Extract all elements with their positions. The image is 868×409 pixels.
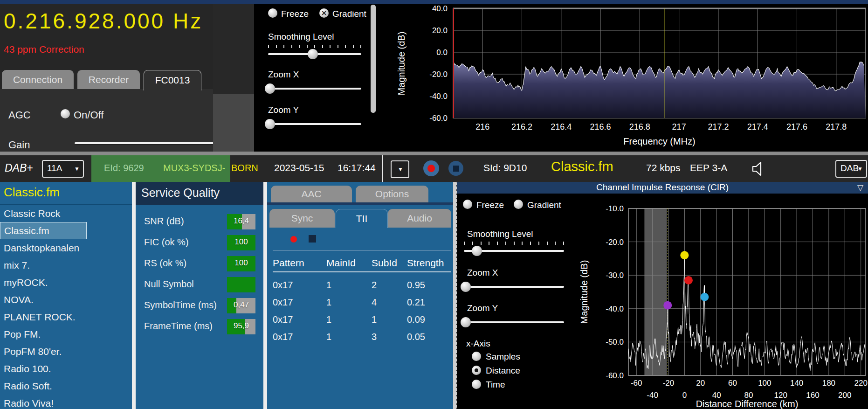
- station-list-item[interactable]: Classic.fm: [0, 222, 87, 239]
- table-cell: 3: [372, 332, 377, 342]
- station-list-item[interactable]: Classic Rock: [0, 205, 132, 222]
- cir-zoomx-thumb[interactable]: [461, 282, 471, 292]
- smoothing-tickmarks: [268, 45, 361, 49]
- channel-value: 11A: [47, 161, 62, 176]
- svg-text:-50.0: -50.0: [606, 338, 624, 347]
- cir-zoomy-slider[interactable]: [464, 317, 564, 327]
- tab-recorder[interactable]: Recorder: [77, 70, 140, 89]
- station-list-item[interactable]: Dansktopkanalen: [0, 239, 132, 256]
- xaxis-option-label: Time: [486, 380, 505, 390]
- table-cell: 1: [326, 297, 331, 308]
- controls-scrollbar[interactable]: [371, 5, 376, 113]
- station-list-item[interactable]: PLANET ROCK.: [0, 308, 132, 326]
- vertical-divider[interactable]: [263, 182, 267, 409]
- tab-sync[interactable]: Sync: [269, 209, 335, 228]
- cir-zoomy-track[interactable]: [464, 321, 564, 323]
- metric-value: 100: [227, 237, 255, 247]
- tab-tii[interactable]: TII: [336, 209, 388, 228]
- station-list-item[interactable]: mix 7.: [0, 256, 132, 274]
- station-list-item[interactable]: Radio 100.: [0, 360, 132, 377]
- station-list-item[interactable]: PopFM 80'er.: [0, 343, 132, 360]
- gain-slider-track[interactable]: [75, 142, 228, 144]
- dropdown-button[interactable]: ▼: [391, 160, 409, 178]
- vertical-divider[interactable]: [132, 182, 136, 409]
- agc-toggle-radio[interactable]: [61, 109, 70, 118]
- cir-smoothing-thumb[interactable]: [472, 246, 482, 256]
- tab-audio[interactable]: Audio: [388, 209, 451, 228]
- smoothing-thumb[interactable]: [308, 49, 318, 59]
- cir-smoothing-tickmarks: [464, 242, 564, 245]
- ppm-correction-label: 43 ppm Correction: [4, 44, 84, 55]
- current-station-title: Classic.fm: [4, 185, 60, 200]
- protection-label: EEP 3-A: [690, 162, 727, 173]
- zoomx-thumb[interactable]: [265, 83, 275, 94]
- agc-label: AGC: [8, 109, 31, 121]
- svg-text:40.0: 40.0: [432, 4, 448, 13]
- fic-status-icon: [309, 235, 316, 243]
- metric-value: 95,9: [227, 321, 255, 331]
- xaxis-radio-distance[interactable]: [472, 366, 481, 375]
- station-list-item[interactable]: Radio Viva!: [0, 395, 132, 409]
- cir-smoothing-slider[interactable]: [464, 246, 564, 256]
- chevron-down-icon: ▼: [857, 161, 863, 176]
- zoomy-track[interactable]: [268, 123, 361, 125]
- cir-zoomy-thumb[interactable]: [461, 317, 471, 327]
- table-cell: 0.09: [407, 314, 425, 325]
- tab-aac[interactable]: AAC: [271, 186, 352, 202]
- tab-connection[interactable]: Connection: [2, 70, 74, 89]
- collapse-triangle-icon[interactable]: ▽: [857, 183, 863, 193]
- spectrum-zoomy-slider[interactable]: [268, 119, 361, 129]
- zoomx-track[interactable]: [268, 88, 361, 90]
- tab-options[interactable]: Options: [356, 186, 428, 202]
- service-quality-row: FrameTime (ms)95,9: [136, 319, 263, 336]
- frequency-display: 0.216.928.000 Hz: [4, 8, 203, 34]
- cir-zoomx-slider[interactable]: [464, 282, 564, 292]
- time-label: 16:17:44: [338, 162, 376, 173]
- spectrum-gradient-checkbox[interactable]: ✕: [319, 8, 329, 18]
- svg-text:-60: -60: [631, 379, 642, 388]
- xaxis-radio-samples[interactable]: [472, 352, 481, 361]
- svg-text:216: 216: [475, 122, 489, 132]
- metric-label: Null Symbol: [144, 279, 194, 290]
- tab-fc0013[interactable]: FC0013: [144, 70, 201, 90]
- spectrum-chart: 40.020.00.0-20.0-40.0-60.0216216.2216.42…: [377, 4, 868, 152]
- output-combobox[interactable]: DAB ▼: [835, 160, 867, 178]
- tii-separator: [273, 250, 451, 250]
- service-id: SId: 9D10: [483, 162, 527, 173]
- svg-text:-40: -40: [647, 391, 658, 400]
- record-button[interactable]: [423, 160, 439, 176]
- spectrum-smoothing-label: Smoothing Level: [268, 32, 334, 42]
- svg-text:100: 100: [758, 379, 771, 388]
- service-quality-row: SymbolTime (ms)0,47: [136, 298, 263, 315]
- panel-splitter-handle[interactable]: [453, 182, 457, 409]
- cir-titlebar: Channel Impulse Response (CIR) ▽: [457, 182, 868, 194]
- station-list-item[interactable]: Pop FM.: [0, 326, 132, 343]
- cir-gradient-radio[interactable]: [514, 200, 523, 209]
- cir-title: Channel Impulse Response (CIR): [457, 182, 868, 193]
- spectrum-smoothing-slider[interactable]: [268, 49, 361, 59]
- metric-gauge: 0,47: [227, 298, 255, 313]
- speaker-icon[interactable]: [751, 161, 765, 177]
- cir-zoomx-track[interactable]: [464, 286, 564, 288]
- cir-gradient-label: Gradient: [527, 200, 561, 210]
- record-icon: [427, 165, 435, 172]
- channel-combobox[interactable]: 11A ▼: [42, 160, 84, 178]
- cir-freeze-radio[interactable]: [463, 200, 472, 209]
- svg-text:20: 20: [696, 379, 705, 388]
- spectrum-freeze-radio[interactable]: [268, 8, 277, 18]
- service-quality-row: Null Symbol: [136, 277, 263, 294]
- table-cell: 0x17: [273, 332, 293, 342]
- stop-button[interactable]: [448, 161, 463, 176]
- station-list-item[interactable]: NOVA.: [0, 291, 132, 308]
- station-list-item[interactable]: myROCK.: [0, 274, 132, 291]
- station-list-item[interactable]: Radio Soft.: [0, 377, 132, 395]
- spectrum-zoomx-slider[interactable]: [268, 83, 361, 94]
- spectrum-freeze-label: Freeze: [281, 9, 309, 19]
- horizontal-divider: [0, 152, 868, 155]
- gain-slider[interactable]: [75, 138, 228, 148]
- svg-text:216.4: 216.4: [551, 122, 572, 132]
- zoomy-thumb[interactable]: [265, 119, 275, 129]
- xaxis-radio-time[interactable]: [472, 380, 481, 389]
- date-label: 2023-05-15: [274, 162, 324, 173]
- tii-panel: AACOptions SyncTIIAudio PatternMainIdSub…: [267, 182, 453, 409]
